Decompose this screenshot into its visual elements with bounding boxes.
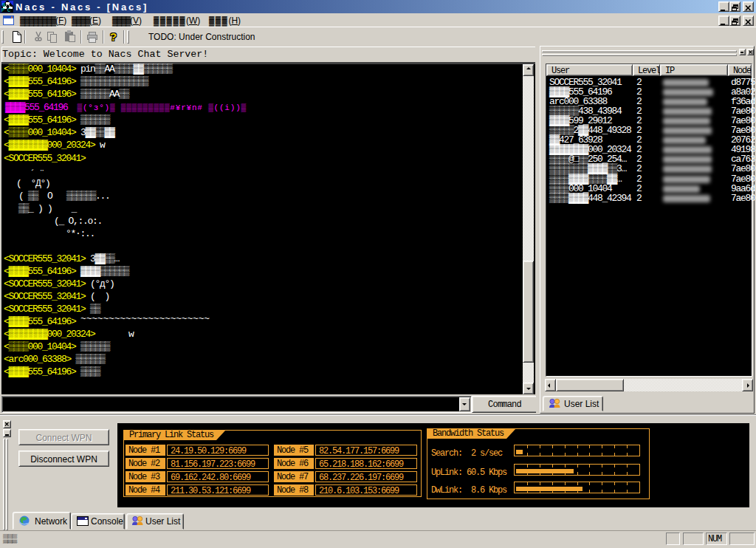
- svg-text:P: P: [1, 7, 4, 13]
- svg-text:C: C: [7, 7, 10, 13]
